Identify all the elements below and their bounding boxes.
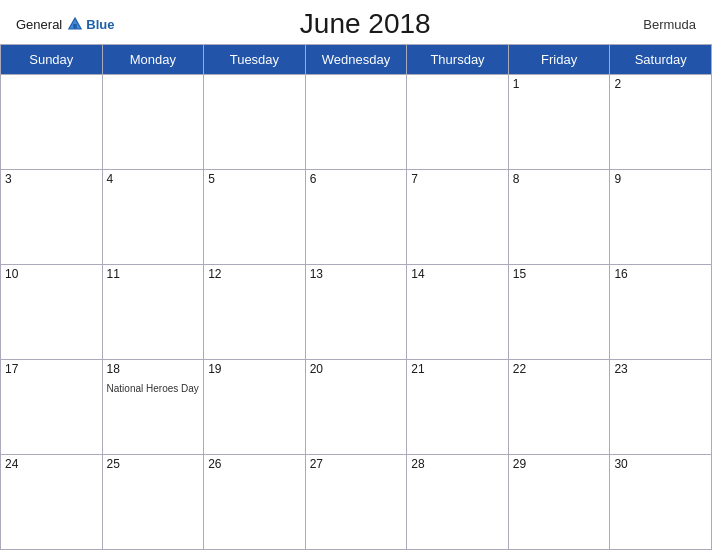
day-number: 22 xyxy=(513,362,606,376)
weekday-header-thursday: Thursday xyxy=(407,45,509,75)
calendar-cell: 11 xyxy=(102,265,204,360)
page-header: General Blue June 2018 Bermuda xyxy=(0,0,712,44)
weekday-header-saturday: Saturday xyxy=(610,45,712,75)
calendar-cell: 4 xyxy=(102,170,204,265)
calendar-cell xyxy=(407,75,509,170)
calendar-cell: 6 xyxy=(305,170,407,265)
calendar-week-3: 10111213141516 xyxy=(1,265,712,360)
day-number: 3 xyxy=(5,172,98,186)
logo-icon xyxy=(66,15,84,33)
calendar-cell: 18National Heroes Day xyxy=(102,360,204,455)
calendar-cell xyxy=(204,75,306,170)
day-number: 21 xyxy=(411,362,504,376)
logo: General Blue xyxy=(16,15,114,33)
weekday-header-friday: Friday xyxy=(508,45,610,75)
day-number: 27 xyxy=(310,457,403,471)
calendar-cell: 19 xyxy=(204,360,306,455)
calendar-cell: 3 xyxy=(1,170,103,265)
calendar-cell: 23 xyxy=(610,360,712,455)
calendar-cell: 20 xyxy=(305,360,407,455)
calendar-week-4: 1718National Heroes Day1920212223 xyxy=(1,360,712,455)
day-number: 14 xyxy=(411,267,504,281)
day-number: 17 xyxy=(5,362,98,376)
calendar-cell: 25 xyxy=(102,455,204,550)
svg-rect-2 xyxy=(73,24,77,29)
weekday-header-monday: Monday xyxy=(102,45,204,75)
event-label: National Heroes Day xyxy=(107,383,199,394)
day-number: 2 xyxy=(614,77,707,91)
day-number: 7 xyxy=(411,172,504,186)
day-number: 10 xyxy=(5,267,98,281)
calendar-cell: 21 xyxy=(407,360,509,455)
calendar-table: SundayMondayTuesdayWednesdayThursdayFrid… xyxy=(0,44,712,550)
weekday-header-sunday: Sunday xyxy=(1,45,103,75)
weekday-header-wednesday: Wednesday xyxy=(305,45,407,75)
day-number: 11 xyxy=(107,267,200,281)
weekday-header-tuesday: Tuesday xyxy=(204,45,306,75)
day-number: 6 xyxy=(310,172,403,186)
calendar-cell: 15 xyxy=(508,265,610,360)
calendar-cell: 1 xyxy=(508,75,610,170)
day-number: 12 xyxy=(208,267,301,281)
calendar-cell: 22 xyxy=(508,360,610,455)
calendar-cell: 16 xyxy=(610,265,712,360)
day-number: 26 xyxy=(208,457,301,471)
calendar-cell: 13 xyxy=(305,265,407,360)
calendar-cell: 29 xyxy=(508,455,610,550)
day-number: 13 xyxy=(310,267,403,281)
day-number: 4 xyxy=(107,172,200,186)
day-number: 5 xyxy=(208,172,301,186)
calendar-cell: 9 xyxy=(610,170,712,265)
calendar-cell: 10 xyxy=(1,265,103,360)
day-number: 25 xyxy=(107,457,200,471)
logo-blue-text: Blue xyxy=(86,17,114,32)
calendar-cell xyxy=(1,75,103,170)
calendar-cell: 30 xyxy=(610,455,712,550)
calendar-cell: 28 xyxy=(407,455,509,550)
calendar-cell: 7 xyxy=(407,170,509,265)
day-number: 30 xyxy=(614,457,707,471)
day-number: 28 xyxy=(411,457,504,471)
region-label: Bermuda xyxy=(616,17,696,32)
calendar-cell: 17 xyxy=(1,360,103,455)
day-number: 8 xyxy=(513,172,606,186)
calendar-title: June 2018 xyxy=(114,8,616,40)
calendar-cell: 14 xyxy=(407,265,509,360)
day-number: 15 xyxy=(513,267,606,281)
calendar-cell xyxy=(305,75,407,170)
calendar-cell: 12 xyxy=(204,265,306,360)
calendar-cell: 8 xyxy=(508,170,610,265)
calendar-week-2: 3456789 xyxy=(1,170,712,265)
day-number: 18 xyxy=(107,362,200,376)
weekday-header-row: SundayMondayTuesdayWednesdayThursdayFrid… xyxy=(1,45,712,75)
day-number: 16 xyxy=(614,267,707,281)
calendar-cell: 27 xyxy=(305,455,407,550)
logo-general-text: General xyxy=(16,17,62,32)
day-number: 29 xyxy=(513,457,606,471)
day-number: 19 xyxy=(208,362,301,376)
calendar-week-1: 12 xyxy=(1,75,712,170)
day-number: 23 xyxy=(614,362,707,376)
day-number: 1 xyxy=(513,77,606,91)
calendar-body: 123456789101112131415161718National Hero… xyxy=(1,75,712,550)
day-number: 9 xyxy=(614,172,707,186)
calendar-cell xyxy=(102,75,204,170)
calendar-cell: 2 xyxy=(610,75,712,170)
calendar-week-5: 24252627282930 xyxy=(1,455,712,550)
calendar-cell: 5 xyxy=(204,170,306,265)
day-number: 20 xyxy=(310,362,403,376)
day-number: 24 xyxy=(5,457,98,471)
calendar-cell: 26 xyxy=(204,455,306,550)
calendar-cell: 24 xyxy=(1,455,103,550)
